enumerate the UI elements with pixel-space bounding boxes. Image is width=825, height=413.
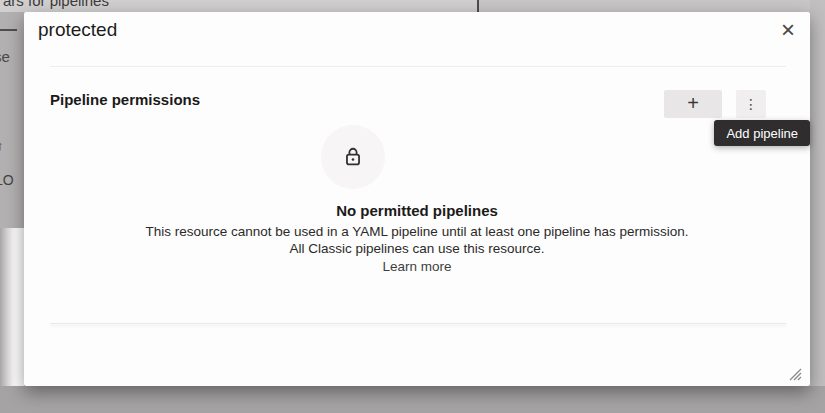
lock-icon [342,146,364,168]
empty-state-title: No permitted pipelines [44,202,790,219]
page-backdrop-bottom [0,386,825,413]
pipeline-permissions-dialog: protected × Pipeline permissions + ⋮ Add… [24,12,810,386]
empty-state-description-line1: This resource cannot be used in a YAML p… [44,224,790,239]
background-divider [0,29,17,31]
add-pipeline-tooltip: Add pipeline [714,120,810,146]
more-options-icon: ⋮ [744,97,758,111]
empty-state-icon-circle [321,125,385,189]
add-pipeline-button[interactable]: + [664,90,722,118]
page-backdrop-top-right [479,0,825,12]
more-options-button[interactable]: ⋮ [736,90,766,118]
divider [50,323,786,324]
divider [50,66,786,67]
close-button[interactable]: × [771,14,805,46]
close-icon: × [781,18,795,42]
plus-icon: + [687,93,699,113]
learn-more-link[interactable]: Learn more [44,259,790,274]
background-text-fragment: se [0,48,10,65]
empty-state-description-line2: All Classic pipelines can use this resou… [44,241,790,256]
page-backdrop-right [810,0,825,413]
page-backdrop-left-panel [0,228,24,386]
dialog-title: protected [38,19,117,41]
background-divider [477,0,479,12]
page-backdrop-top: ars for pipelines [0,0,825,12]
tooltip-label: Add pipeline [726,126,798,141]
section-heading: Pipeline permissions [50,91,200,108]
background-text-fragment: LO [0,172,14,188]
background-text-fragment: ars for pipelines [3,0,109,9]
background-text-fragment: ↑ [0,138,4,153]
resize-handle-icon[interactable] [787,367,803,381]
